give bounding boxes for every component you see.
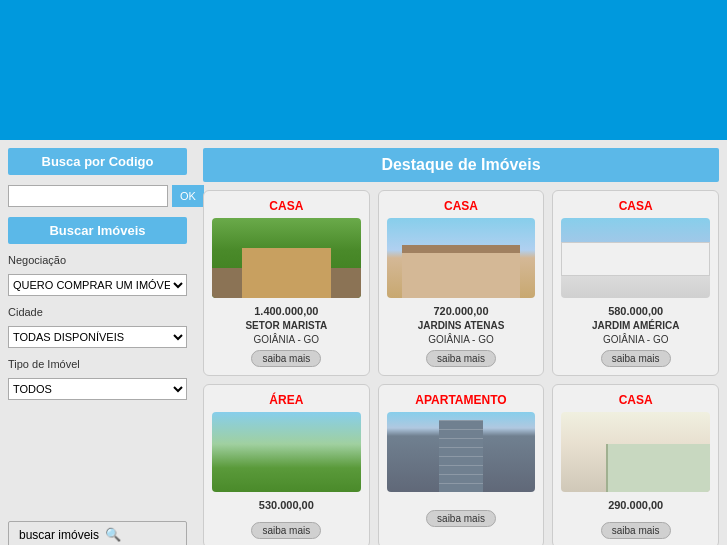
search-code-input[interactable] — [8, 185, 168, 207]
listing-city-3: GOIÂNIA - GO — [603, 334, 669, 345]
listing-image-1 — [212, 218, 361, 298]
negociacao-label: Negociação — [8, 254, 187, 266]
listing-image-2 — [387, 218, 536, 298]
listing-price-4: 530.000,00 — [259, 499, 314, 511]
saiba-mais-btn-2[interactable]: saiba mais — [426, 350, 496, 367]
listings-grid: CASA 1.400.000,00 SETOR MARISTA GOIÂNIA … — [203, 190, 719, 545]
buscar-label: buscar imóveis — [19, 528, 99, 542]
listing-type-2: CASA — [444, 199, 478, 213]
listing-type-1: CASA — [269, 199, 303, 213]
tipo-select[interactable]: TODOS CASA APARTAMENTO ÁREA — [8, 378, 187, 400]
listing-image-5 — [387, 412, 536, 492]
content-title: Destaque de Imóveis — [203, 148, 719, 182]
search-button-row: buscar imóveis 🔍 — [8, 511, 187, 545]
tipo-label: Tipo de Imóvel — [8, 358, 187, 370]
listing-type-5: APARTAMENTO — [415, 393, 506, 407]
listing-card-1: CASA 1.400.000,00 SETOR MARISTA GOIÂNIA … — [203, 190, 370, 376]
listing-price-2: 720.000,00 — [433, 305, 488, 317]
listing-card-5: APARTAMENTO saiba mais — [378, 384, 545, 545]
buscar-imoveis-button[interactable]: buscar imóveis 🔍 — [8, 521, 187, 545]
saiba-mais-btn-6[interactable]: saiba mais — [601, 522, 671, 539]
listing-card-4: ÁREA 530.000,00 saiba mais — [203, 384, 370, 545]
negociacao-select[interactable]: QUERO COMPRAR UM IMÓVEL QUERO ALUGAR UM … — [8, 274, 187, 296]
top-banner — [0, 0, 727, 140]
listing-image-3 — [561, 218, 710, 298]
listing-price-6: 290.000,00 — [608, 499, 663, 511]
saiba-mais-btn-4[interactable]: saiba mais — [251, 522, 321, 539]
listing-city-2: GOIÂNIA - GO — [428, 334, 494, 345]
listing-neighborhood-1: SETOR MARISTA — [245, 320, 327, 331]
listing-type-3: CASA — [619, 199, 653, 213]
listing-card-6: CASA 290.000,00 saiba mais — [552, 384, 719, 545]
listing-city-1: GOIÂNIA - GO — [254, 334, 320, 345]
listing-card-3: CASA 580.000,00 JARDIM AMÉRICA GOIÂNIA -… — [552, 190, 719, 376]
sidebar: Busca por Codigo OK Buscar Imóveis Negoc… — [0, 140, 195, 545]
listing-neighborhood-3: JARDIM AMÉRICA — [592, 320, 679, 331]
content-area: Destaque de Imóveis CASA 1.400.000,00 SE… — [195, 140, 727, 545]
busca-codigo-title: Busca por Codigo — [8, 148, 187, 175]
listing-type-4: ÁREA — [269, 393, 303, 407]
buscar-imoveis-title: Buscar Imóveis — [8, 217, 187, 244]
cidade-label: Cidade — [8, 306, 187, 318]
listing-neighborhood-2: JARDINS ATENAS — [418, 320, 505, 331]
saiba-mais-btn-3[interactable]: saiba mais — [601, 350, 671, 367]
listing-image-6 — [561, 412, 710, 492]
listing-card-2: CASA 720.000,00 JARDINS ATENAS GOIÂNIA -… — [378, 190, 545, 376]
search-icon: 🔍 — [105, 527, 121, 542]
listing-price-3: 580.000,00 — [608, 305, 663, 317]
main-wrapper: Busca por Codigo OK Buscar Imóveis Negoc… — [0, 140, 727, 545]
cidade-select[interactable]: TODAS DISPONÍVEIS GOIÂNIA — [8, 326, 187, 348]
listing-price-1: 1.400.000,00 — [254, 305, 318, 317]
listing-type-6: CASA — [619, 393, 653, 407]
listing-image-4 — [212, 412, 361, 492]
saiba-mais-btn-5[interactable]: saiba mais — [426, 510, 496, 527]
saiba-mais-btn-1[interactable]: saiba mais — [251, 350, 321, 367]
search-code-row: OK — [8, 181, 187, 211]
